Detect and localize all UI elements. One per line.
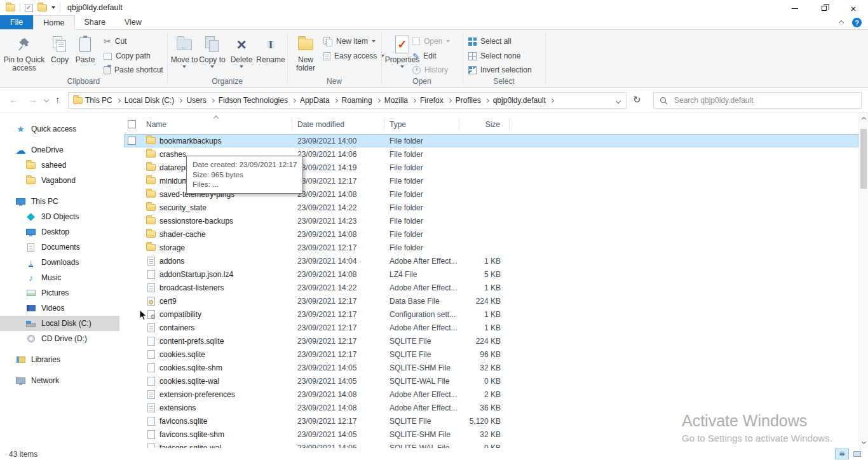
breadcrumb-item[interactable]: Mozilla	[384, 96, 408, 105]
table-row[interactable]: compatibility23/09/2021 12:17Configurati…	[124, 308, 858, 321]
breadcrumb-item[interactable]: qbjp0ldy.default	[493, 96, 546, 105]
select-none-button[interactable]: Select none	[468, 50, 520, 62]
paste-button[interactable]: Paste	[72, 33, 98, 64]
sidebar-item-quick-access[interactable]: ★Quick access	[0, 121, 119, 137]
breadcrumb-item[interactable]: This PC	[85, 96, 112, 105]
breadcrumb-separator-icon[interactable]	[376, 98, 381, 102]
delete-button[interactable]: × Delete	[227, 33, 256, 68]
properties-check-icon[interactable]: ✓	[25, 4, 33, 12]
open-button[interactable]: Open	[412, 35, 450, 48]
breadcrumb-separator-icon[interactable]	[485, 98, 489, 102]
details-view-button[interactable]: ≣	[835, 449, 849, 459]
table-row[interactable]: content-prefs.sqlite23/09/2021 12:17SQLI…	[124, 334, 858, 348]
explorer-folder-icon[interactable]	[6, 4, 15, 11]
breadcrumb-separator-icon[interactable]	[116, 98, 121, 102]
breadcrumb-separator-icon[interactable]	[334, 98, 338, 102]
table-row[interactable]: cookies.sqlite-wal23/09/2021 14:05SQLITE…	[124, 374, 858, 388]
table-row[interactable]: shader-cache23/09/2021 14:08File folder	[124, 227, 858, 241]
table-row[interactable]: sessionstore-backups23/09/2021 14:23File…	[124, 214, 858, 227]
sidebar-item-music[interactable]: ♪Music	[0, 270, 119, 285]
breadcrumb-item[interactable]: Firefox	[420, 96, 444, 105]
scroll-up-icon[interactable]	[859, 114, 868, 124]
table-row[interactable]: cert923/09/2021 12:17Data Base File224 K…	[124, 294, 858, 308]
edit-button[interactable]: ✎ Edit	[412, 50, 437, 62]
column-header-size[interactable]: Size	[459, 118, 510, 130]
breadcrumb-separator-icon[interactable]	[292, 98, 296, 102]
sidebar-item-libraries[interactable]: Libraries	[0, 352, 119, 367]
select-all-button[interactable]: Select all	[468, 35, 512, 48]
breadcrumb-item[interactable]: Profiles	[456, 96, 481, 105]
address-bar[interactable]: This PCLocal Disk (C:)UsersFidson Techno…	[68, 92, 627, 109]
sidebar-item-downloads[interactable]: ↓Downloads	[0, 255, 119, 270]
thumbnail-view-button[interactable]	[850, 449, 864, 459]
rename-button[interactable]: I Rename	[255, 33, 286, 64]
forward-icon[interactable]: →	[28, 94, 37, 105]
close-button[interactable]: ×	[839, 0, 868, 17]
sidebar-item-network[interactable]: Network	[0, 373, 119, 388]
help-icon[interactable]: ?	[852, 18, 862, 27]
header-checkbox[interactable]	[128, 120, 136, 128]
search-box[interactable]	[653, 92, 862, 109]
tab-view[interactable]: View	[115, 15, 151, 29]
breadcrumb-separator-icon[interactable]	[447, 98, 452, 102]
table-row[interactable]: security_state23/09/2021 14:22File folde…	[124, 201, 858, 214]
table-row[interactable]: bookmarkbackups23/09/2021 14:00File fold…	[124, 134, 858, 147]
sidebar-item-vagabond[interactable]: Vagabond	[0, 173, 119, 188]
copy-path-button[interactable]: Copy path	[104, 50, 151, 62]
minimize-button[interactable]	[780, 0, 810, 17]
back-icon[interactable]: ←	[9, 94, 18, 105]
new-folder-qat-icon[interactable]	[37, 4, 47, 11]
copy-to-button[interactable]: Copy to	[198, 33, 226, 68]
sidebar-item-videos[interactable]: Videos	[0, 301, 119, 316]
sidebar-item-documents[interactable]: Documents	[0, 240, 119, 255]
tab-home[interactable]: Home	[33, 15, 74, 30]
row-checkbox[interactable]	[128, 137, 136, 145]
sidebar-item-desktop[interactable]: Desktop	[0, 224, 119, 240]
sidebar-item-pictures[interactable]: Pictures	[0, 285, 119, 301]
breadcrumb-separator-icon[interactable]	[412, 98, 416, 102]
up-icon[interactable]: ↑	[55, 94, 60, 105]
sidebar-item-3d-objects[interactable]: 3D Objects	[0, 209, 119, 224]
sidebar-item-cd-drive-d[interactable]: CD Drive (D:)	[0, 331, 119, 346]
new-folder-button[interactable]: New folder	[290, 33, 321, 72]
tab-file[interactable]: File	[0, 15, 33, 29]
breadcrumb-item[interactable]: Fidson Technologies	[219, 96, 288, 105]
easy-access-button[interactable]: Easy access	[323, 50, 384, 62]
cut-button[interactable]: ✂ Cut	[104, 35, 126, 48]
table-row[interactable]: extension-preferences23/09/2021 14:08Ado…	[124, 388, 858, 401]
sidebar-item-onedrive[interactable]: ☁OneDrive	[0, 142, 119, 158]
history-button[interactable]: History	[412, 64, 448, 76]
breadcrumb-item[interactable]: Local Disk (C:)	[125, 96, 175, 105]
sidebar-item-this-pc[interactable]: This PC	[0, 194, 119, 209]
column-header-type[interactable]: Type	[384, 118, 459, 130]
restore-button[interactable]	[810, 0, 839, 17]
recent-locations-icon[interactable]	[44, 97, 49, 102]
scroll-down-icon[interactable]	[859, 436, 868, 447]
sidebar-item-local-disk-c[interactable]: Local Disk (C:)	[0, 316, 119, 331]
table-row[interactable]: broadcast-listeners23/09/2021 14:22Adobe…	[124, 281, 858, 294]
table-row[interactable]: storage23/09/2021 12:17File folder	[124, 241, 858, 254]
refresh-icon[interactable]: ↻	[633, 94, 641, 105]
breadcrumb-item[interactable]: Roaming	[342, 96, 372, 105]
breadcrumb-separator-icon[interactable]	[178, 98, 182, 102]
table-row[interactable]: containers23/09/2021 12:17Adobe After Ef…	[124, 321, 858, 334]
breadcrumb-item[interactable]: Users	[186, 96, 206, 105]
column-header-date-modified[interactable]: Date modified	[292, 118, 384, 130]
breadcrumb-item[interactable]: AppData	[300, 96, 330, 105]
tab-share[interactable]: Share	[75, 15, 115, 29]
table-row[interactable]: cookies.sqlite-shm23/09/2021 14:05SQLITE…	[124, 361, 858, 374]
table-row[interactable]: cookies.sqlite23/09/2021 12:17SQLITE Fil…	[124, 348, 858, 361]
search-input[interactable]	[673, 95, 855, 105]
column-header-name[interactable]: Name	[145, 118, 292, 130]
invert-selection-button[interactable]: Invert selection	[468, 64, 532, 76]
collapse-ribbon-icon[interactable]	[839, 20, 844, 25]
scrollbar-thumb[interactable]	[860, 129, 867, 189]
vertical-scrollbar[interactable]	[858, 112, 868, 448]
breadcrumb-separator-icon[interactable]	[550, 98, 554, 102]
paste-shortcut-button[interactable]: Paste shortcut	[104, 64, 163, 76]
table-row[interactable]: addons23/09/2021 14:04Adobe After Effect…	[124, 254, 858, 267]
table-row[interactable]: addonStartup.json.lz423/09/2021 14:08LZ4…	[124, 267, 858, 281]
new-item-button[interactable]: New item	[323, 35, 376, 48]
copy-button[interactable]: Copy	[48, 33, 71, 64]
sidebar-item-saheed[interactable]: saheed	[0, 158, 119, 173]
